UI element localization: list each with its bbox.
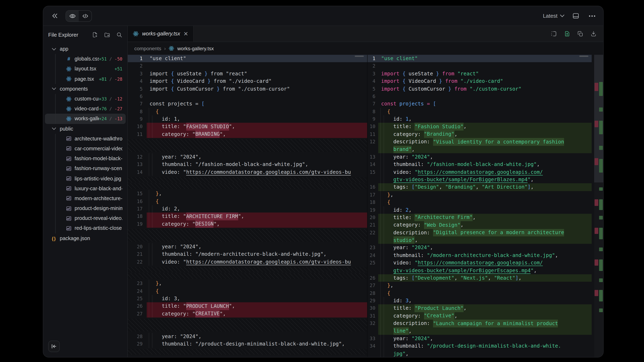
version-dropdown[interactable]: Latest: [543, 13, 564, 19]
code-content: id: 2,: [378, 206, 592, 214]
minimap-added-mark: [599, 82, 603, 96]
line-number: 8: [128, 108, 147, 115]
code-toggle-button[interactable]: [79, 10, 92, 21]
code-line: 10 title: "Fashion Studio",: [368, 123, 592, 131]
code-line: 19 category: "DESIGN",: [128, 220, 367, 228]
code-icon: [82, 12, 88, 19]
tree-item-public[interactable]: public: [45, 124, 126, 134]
code-content: thumbnail: "/fashion-model-black-and-whi…: [378, 161, 592, 168]
diff-stats-badge: +51 / -50: [99, 57, 122, 61]
tree-item-label: architecture-walkthro…: [74, 136, 122, 142]
diff-minimap[interactable]: [594, 55, 603, 357]
minimap-added-mark: [599, 107, 603, 112]
scrollbar-thumb[interactable]: [579, 56, 588, 57]
tree-item-label: modern-architecture-…: [74, 196, 122, 201]
line-number: 1: [128, 55, 147, 62]
code-line: 26 title: "PRODUCT LAUNCH",: [128, 303, 367, 310]
breadcrumb-parent[interactable]: components: [134, 45, 161, 51]
code-content: studio",: [378, 236, 592, 244]
line-number: 10: [368, 123, 378, 131]
react-icon: [66, 116, 72, 121]
code-content: title: "Product Launch",: [378, 305, 592, 312]
panel-layout-button[interactable]: [570, 10, 581, 21]
code-content: {: [147, 287, 367, 295]
tree-item-app[interactable]: app: [45, 44, 126, 54]
preview-toggle-button[interactable]: [66, 10, 79, 21]
tab-works-gallery[interactable]: works-gallery.tsx ✕: [128, 26, 194, 41]
collapse-sidebar-button[interactable]: [48, 341, 60, 352]
minimap-removed-mark: [594, 290, 598, 296]
tree-item-label: lips-artistic-video.jpg: [74, 176, 121, 181]
line-number: 15: [128, 190, 147, 198]
tree-item-fashion-runway-scen-[interactable]: fashion-runway-scen…: [45, 164, 126, 174]
file-diff-button[interactable]: [564, 30, 570, 37]
tree-item-architecture-walkthro-[interactable]: architecture-walkthro…: [45, 134, 126, 143]
copy-button[interactable]: [577, 30, 584, 37]
code-content: video: "https://commondatastorage.google…: [378, 168, 592, 176]
image-icon: [66, 166, 72, 171]
minimap-added-mark: [599, 228, 603, 239]
new-file-button[interactable]: [92, 31, 98, 38]
tree-item-red-lips-artistic-close-[interactable]: red-lips-artistic-close…: [45, 223, 126, 233]
tree-item-components[interactable]: components: [45, 84, 126, 94]
search-icon[interactable]: [116, 31, 122, 38]
line-number: 13: [128, 161, 147, 168]
line-number: 11: [368, 131, 378, 138]
line-number: 9: [128, 115, 147, 123]
file-explorer-sidebar: File Explorer app#globals.css+51 / -50la…: [43, 26, 128, 357]
braces-icon: {}: [51, 236, 57, 241]
tree-item-video-card.tsx[interactable]: video-card.tsx+76 / -27: [45, 104, 126, 114]
code-content: },: [147, 280, 367, 288]
code-line: 29 thumbnail: "/product-design-minimalis…: [128, 340, 367, 348]
line-number: 4: [368, 77, 378, 85]
tree-item-product-reveal-video.j-[interactable]: product-reveal-video.j…: [45, 213, 126, 223]
tree-item-layout.tsx[interactable]: layout.tsx+51: [45, 64, 126, 74]
split-view-button[interactable]: [550, 30, 557, 37]
code-line: 18 {: [368, 199, 592, 206]
code-line: 8 {: [128, 108, 367, 115]
line-number: 19: [368, 206, 378, 214]
diff-alignment-filler: [128, 349, 367, 355]
code-line: 12 description: "Visual identity for a c…: [368, 138, 592, 146]
code-content: title: "FASHION STUDIO",: [147, 123, 367, 131]
code-content: id: 2,: [147, 205, 367, 213]
code-content: jpg",: [378, 350, 592, 357]
more-options-button[interactable]: [587, 10, 598, 21]
minimap-added-mark: [599, 199, 603, 210]
tab-bar: works-gallery.tsx ✕: [128, 26, 603, 42]
tree-item-luxury-car-black-and-[interactable]: luxury-car-black-and-…: [45, 183, 126, 193]
minimap-removed-mark: [594, 260, 598, 266]
tree-item-product-design-minim-[interactable]: product-design-minim…: [45, 203, 126, 213]
tree-item-car-commercial-video-[interactable]: car-commercial-video…: [45, 144, 126, 154]
tree-item-package.json[interactable]: {}package.json: [45, 233, 126, 243]
tree-item-modern-architecture-[interactable]: modern-architecture-…: [45, 194, 126, 203]
line-number: 29: [368, 297, 378, 305]
new-folder-button[interactable]: [104, 31, 110, 38]
code-content: title: "PRODUCT LAUNCH",: [147, 303, 367, 310]
line-number: 18: [128, 213, 147, 220]
line-number: 17: [128, 205, 147, 213]
indent-guide: [55, 183, 56, 193]
tree-item-label: fashion-model-black-…: [74, 156, 122, 161]
tree-item-lips-artistic-video.jpg[interactable]: lips-artistic-video.jpg: [45, 174, 126, 183]
indent-guide: [55, 134, 56, 143]
code-line: 16 tags: ["Design", "Branding", "Art Dir…: [368, 183, 592, 191]
line-number: 10: [128, 123, 147, 131]
scrollbar-thumb[interactable]: [355, 56, 364, 57]
code-line: 3import { useState } from "react": [128, 70, 367, 78]
download-button[interactable]: [590, 30, 596, 37]
tree-item-fashion-model-black-[interactable]: fashion-model-black-…: [45, 154, 126, 163]
code-content: "use client": [147, 55, 367, 62]
diff-pane-new: 1"use client"23import { useState } from …: [368, 55, 592, 357]
indent-guide: [55, 194, 56, 203]
tree-item-works-galler-[interactable]: works-galler…+24 / -13: [45, 114, 126, 124]
tree-item-globals.css[interactable]: #globals.css+51 / -50: [45, 54, 126, 64]
tree-item-page.tsx[interactable]: page.tsx+81 / -28: [45, 74, 126, 84]
collapse-panel-button[interactable]: [49, 10, 60, 21]
indent-guide: [55, 203, 56, 213]
scroll-strip[interactable]: [592, 55, 594, 357]
code-content: category: "Branding",: [378, 131, 592, 138]
close-icon[interactable]: ✕: [183, 31, 188, 37]
tree-item-custom-curs-[interactable]: custom-curs…+33 / -12: [45, 94, 126, 104]
tree-item-label: luxury-car-black-and-…: [74, 186, 122, 191]
